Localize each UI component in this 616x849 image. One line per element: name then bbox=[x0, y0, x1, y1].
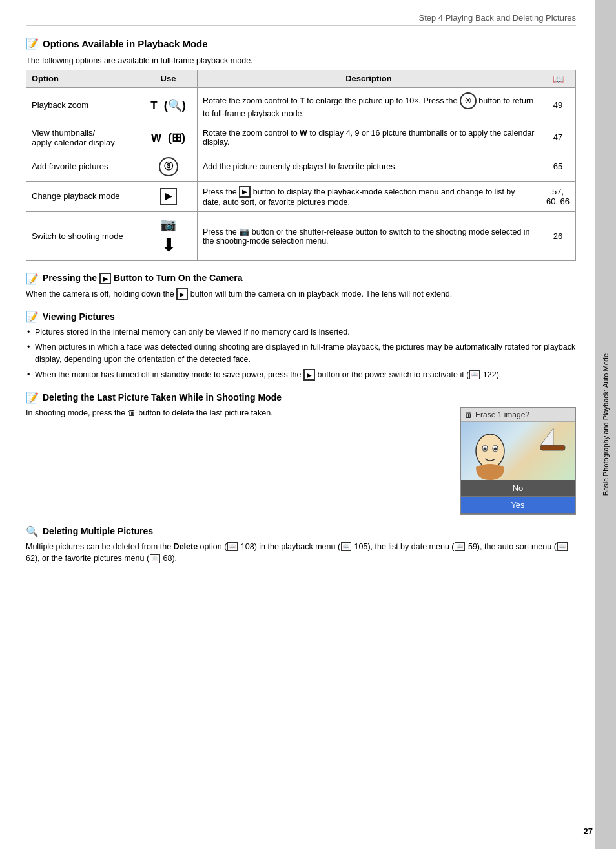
note-icon-2: 📝 bbox=[26, 273, 39, 285]
list-item: When the monitor has turned off in stand… bbox=[26, 369, 576, 381]
th-use: Use bbox=[139, 70, 198, 87]
desc-shooting-mode: Press the 📷 button or the shutter-releas… bbox=[198, 211, 540, 260]
use-favorite: ⓢ bbox=[139, 152, 198, 181]
use-playback-zoom: T (🔍) bbox=[139, 87, 198, 123]
note-icon-5: 🔍 bbox=[26, 525, 39, 538]
trash-icon-screen: 🗑 bbox=[465, 410, 473, 419]
viewing-bullets: Pictures stored in the internal memory c… bbox=[26, 326, 576, 381]
section-delete-multiple: 🔍 Deleting Multiple Pictures Multiple pi… bbox=[26, 525, 576, 565]
section2-title: Pressing the ▶ Button to Turn On the Cam… bbox=[43, 273, 242, 284]
desc-favorite: Add the picture currently displayed to f… bbox=[198, 152, 540, 181]
menu-yes: Yes bbox=[461, 497, 575, 514]
option-change-playback: Change playback mode bbox=[26, 181, 139, 211]
trash-icon-inline: 🗑 bbox=[128, 408, 136, 417]
play-btn-bullet: ▶ bbox=[303, 369, 315, 381]
page-header: Step 4 Playing Back and Deleting Picture… bbox=[26, 13, 576, 26]
section1-title-container: 📝 Options Available in Playback Mode bbox=[26, 37, 576, 50]
note-icon-3: 📝 bbox=[26, 311, 39, 323]
delete-last-text: In shooting mode, press the 🗑 button to … bbox=[26, 407, 447, 515]
play-button-icon: ▶ bbox=[160, 188, 177, 205]
table-row: Switch to shooting mode 📷 ⬇ Press the 📷 … bbox=[26, 211, 576, 260]
play-btn-title: ▶ bbox=[99, 273, 111, 284]
table-row: Change playback mode ▶ Press the ▶ butto… bbox=[26, 181, 576, 211]
grid-icon: (⊞) bbox=[165, 131, 185, 144]
ref-playback-zoom: 49 bbox=[540, 87, 576, 123]
option-thumbnails: View thumbnails/apply calendar display bbox=[26, 123, 139, 152]
section5-title-container: 🔍 Deleting Multiple Pictures bbox=[26, 525, 576, 538]
svg-point-3 bbox=[484, 447, 487, 450]
table-row: View thumbnails/apply calendar display W… bbox=[26, 123, 576, 152]
camera-screen-header: 🗑 Erase 1 image? bbox=[461, 408, 575, 422]
th-ref: 📖 bbox=[540, 70, 576, 87]
option-favorite: Add favorite pictures bbox=[26, 152, 139, 181]
ref-change-playback: 57, 60, 66 bbox=[540, 181, 576, 211]
t-symbol: T bbox=[150, 100, 157, 112]
section1-intro: The following options are available in f… bbox=[26, 55, 576, 67]
table-row: Add favorite pictures ⓢ Add the picture … bbox=[26, 152, 576, 181]
section3-title-container: 📝 Viewing Pictures bbox=[26, 311, 576, 323]
book-ref-5: 📖 bbox=[150, 554, 160, 563]
ref-thumbnails: 47 bbox=[540, 123, 576, 152]
page-header-text: Step 4 Playing Back and Deleting Picture… bbox=[418, 13, 576, 23]
list-item: When pictures in which a face was detect… bbox=[26, 341, 576, 366]
section4-title-container: 📝 Deleting the Last Picture Taken While … bbox=[26, 392, 576, 404]
book-ref-1: 📖 bbox=[227, 542, 238, 551]
menu-no: No bbox=[461, 480, 575, 497]
option-playback-zoom: Playback zoom bbox=[26, 87, 139, 123]
section-pressing-button: 📝 Pressing the ▶ Button to Turn On the C… bbox=[26, 273, 576, 300]
section5-text: Multiple pictures can be deleted from th… bbox=[26, 541, 576, 565]
book-ref-2: 📖 bbox=[341, 542, 351, 551]
use-change-playback: ▶ bbox=[139, 181, 198, 211]
play-btn-text-inline: ▶ bbox=[176, 288, 188, 300]
boat-svg bbox=[537, 427, 570, 453]
note-icon-1: 📝 bbox=[26, 37, 39, 50]
table-row: Playback zoom T (🔍) Rotate the zoom cont… bbox=[26, 87, 576, 123]
use-thumbnails: W (⊞) bbox=[139, 123, 198, 152]
desc-thumbnails: Rotate the zoom control to W to display … bbox=[198, 123, 540, 152]
page-wrapper: Step 4 Playing Back and Deleting Picture… bbox=[0, 0, 616, 849]
svg-point-4 bbox=[494, 447, 497, 450]
section1-title: Options Available in Playback Mode bbox=[43, 38, 208, 49]
camera-icon: 📷 bbox=[160, 216, 176, 232]
section2-text: When the camera is off, holding down the… bbox=[26, 288, 576, 300]
delete-last-layout: In shooting mode, press the 🗑 button to … bbox=[26, 407, 576, 515]
book-ref-4: 📖 bbox=[557, 542, 568, 551]
svg-point-0 bbox=[476, 434, 504, 468]
section-delete-last: 📝 Deleting the Last Picture Taken While … bbox=[26, 392, 576, 515]
face-svg bbox=[471, 432, 509, 480]
section3-title: Viewing Pictures bbox=[43, 311, 115, 322]
camera-btn-inline: 📷 bbox=[239, 227, 249, 236]
section-viewing: 📝 Viewing Pictures Pictures stored in th… bbox=[26, 311, 576, 381]
section4-text: In shooting mode, press the 🗑 button to … bbox=[26, 407, 447, 419]
section5-title: Deleting Multiple Pictures bbox=[43, 526, 153, 536]
zoom-icon: (🔍) bbox=[161, 99, 186, 112]
section4-title: Deleting the Last Picture Taken While in… bbox=[43, 392, 282, 403]
erase-label: Erase 1 image? bbox=[475, 410, 529, 419]
main-content: Step 4 Playing Back and Deleting Picture… bbox=[0, 0, 595, 849]
shutter-icon: ⬇ bbox=[161, 236, 176, 256]
options-table: Option Use Description 📖 Playback zoom T… bbox=[26, 70, 576, 261]
list-item: Pictures stored in the internal memory c… bbox=[26, 326, 576, 339]
svg-rect-6 bbox=[540, 445, 565, 450]
th-option: Option bbox=[26, 70, 139, 87]
sidebar-text: Basic Photography and Playback: Auto Mod… bbox=[602, 353, 610, 496]
section-options: 📝 Options Available in Playback Mode The… bbox=[26, 37, 576, 261]
camera-screen-menu: No Yes bbox=[461, 480, 575, 514]
table-header-row: Option Use Description 📖 bbox=[26, 70, 576, 87]
th-description: Description bbox=[198, 70, 540, 87]
use-shooting-mode: 📷 ⬇ bbox=[139, 211, 198, 260]
play-btn-inline: ▶ bbox=[239, 186, 251, 198]
book-ref-3: 📖 bbox=[455, 542, 465, 551]
section2-title-container: 📝 Pressing the ▶ Button to Turn On the C… bbox=[26, 273, 576, 285]
book-ref-inline: 📖 bbox=[469, 370, 480, 379]
ref-shooting-mode: 26 bbox=[540, 211, 576, 260]
svg-marker-5 bbox=[540, 428, 553, 445]
ok-large-icon: ⓢ bbox=[159, 157, 178, 176]
option-shooting-mode: Switch to shooting mode bbox=[26, 211, 139, 260]
w-symbol: W bbox=[151, 132, 161, 144]
sidebar: Basic Photography and Playback: Auto Mod… bbox=[595, 0, 616, 849]
camera-screen-widget: 🗑 Erase 1 image? bbox=[460, 407, 576, 515]
use-cell-double: 📷 ⬇ bbox=[145, 216, 192, 256]
camera-screen-image bbox=[461, 422, 575, 480]
page-number: 27 bbox=[584, 826, 593, 836]
